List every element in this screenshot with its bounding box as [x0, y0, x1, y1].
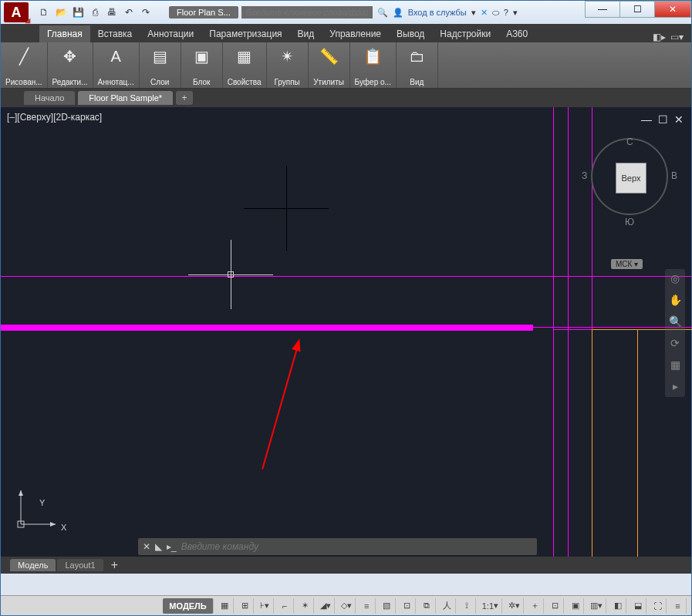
- nav-orbit-icon[interactable]: ⟳: [668, 337, 682, 351]
- viewcube-south[interactable]: Ю: [625, 217, 634, 227]
- panel-properties[interactable]: ▦Свойства: [223, 42, 267, 88]
- sb-transparency-icon[interactable]: ▧: [379, 598, 396, 614]
- sb-polar-icon[interactable]: ✶: [297, 598, 314, 614]
- ucs-x-label: X: [61, 523, 66, 532]
- panel-layers[interactable]: ▤Слои: [140, 42, 181, 88]
- undo-icon[interactable]: ↶: [121, 5, 137, 20]
- clipboard-icon: 📋: [360, 45, 385, 67]
- titlebar: A 🗋 📂 💾 ⎙ 🖶 ↶ ↷ Floor Plan S... 🔍 👤 Вход…: [1, 1, 691, 24]
- sb-infer-icon[interactable]: ⊦▾: [257, 598, 274, 614]
- file-tab-start[interactable]: Начало: [24, 91, 75, 105]
- cmdline-history-icon[interactable]: ◣: [155, 541, 162, 552]
- panel-clipboard[interactable]: 📋Буфер о...: [350, 42, 397, 88]
- plot-icon[interactable]: 🖶: [104, 5, 120, 20]
- open-icon[interactable]: 📂: [53, 5, 69, 20]
- ribbon-tab-a360[interactable]: A360: [498, 25, 535, 42]
- ribbon-tab-output[interactable]: Вывод: [389, 25, 432, 42]
- signin-dropdown-icon[interactable]: ▾: [471, 8, 476, 18]
- sb-autoscale-icon[interactable]: ⟟: [459, 598, 476, 614]
- sb-lock-ui-icon[interactable]: ▥▾: [587, 598, 606, 614]
- nav-wheel-icon[interactable]: ◎: [668, 272, 682, 286]
- a360-icon[interactable]: ⬭: [492, 8, 499, 18]
- new-tab-button[interactable]: +: [176, 91, 193, 105]
- command-input[interactable]: [181, 541, 532, 552]
- sb-iso-icon[interactable]: ◢▾: [317, 598, 335, 614]
- viewcube-north[interactable]: С: [626, 136, 633, 147]
- cmdline-close-icon[interactable]: ✕: [143, 541, 150, 552]
- window-title: Floor Plan S...: [169, 6, 238, 19]
- sb-units-icon[interactable]: ⊡: [547, 598, 564, 614]
- sb-isolate-icon[interactable]: ◧: [609, 598, 626, 614]
- sb-osnap-icon[interactable]: ◇▾: [338, 598, 356, 614]
- viewcube-east[interactable]: В: [671, 170, 677, 181]
- viewcube-top-face[interactable]: Верх: [616, 163, 646, 194]
- infocenter-search[interactable]: [241, 6, 373, 19]
- viewcube[interactable]: С Ю В З Верх МСК ▾: [591, 138, 668, 238]
- app-menu-icon[interactable]: A: [4, 2, 29, 22]
- nav-expand-icon[interactable]: ▸: [668, 380, 682, 394]
- nav-zoom-icon[interactable]: 🔍: [668, 315, 682, 329]
- layout-add-button[interactable]: +: [105, 558, 124, 572]
- sb-modelspace[interactable]: МОДЕЛЬ: [163, 598, 213, 614]
- ribbon: ╱Рисован... ✥Редакти... AАннотац... ▤Сло…: [1, 42, 691, 89]
- sb-grid-icon[interactable]: ▦: [217, 598, 234, 614]
- sb-annotation-monitor-icon[interactable]: ＋: [527, 598, 544, 614]
- panel-utilities[interactable]: 📏Утилиты: [309, 42, 350, 88]
- ucs-y-label: Y: [39, 498, 45, 507]
- sb-hardware-accel-icon[interactable]: ⬓: [630, 598, 646, 614]
- panel-block[interactable]: ▣Блок: [181, 42, 223, 88]
- sb-lineweight-icon[interactable]: ≡: [359, 598, 376, 614]
- saveas-icon[interactable]: ⎙: [87, 5, 103, 20]
- panel-annotation[interactable]: AАннотац...: [93, 42, 140, 88]
- viewcube-wcs[interactable]: МСК ▾: [611, 259, 643, 269]
- ribbon-expand-icon[interactable]: ◧▸: [653, 32, 666, 42]
- help-dropdown-icon[interactable]: ▾: [513, 8, 518, 18]
- sb-cycling-icon[interactable]: ⊡: [399, 598, 416, 614]
- sb-cleanscreen-icon[interactable]: ⛶: [650, 598, 667, 614]
- ribbon-tab-manage[interactable]: Управление: [322, 25, 389, 42]
- signin-link[interactable]: Вход в службы: [408, 8, 467, 17]
- sb-annoscale-icon[interactable]: ⧉: [419, 598, 436, 614]
- ribbon-tab-home[interactable]: Главная: [39, 25, 90, 42]
- panel-groups[interactable]: ✴Группы: [267, 42, 309, 88]
- sb-annovisibility-icon[interactable]: 人: [439, 598, 456, 614]
- drawing-area[interactable]: [–][Сверху][2D-каркас] — ☐ ✕: [1, 107, 691, 574]
- layout-tab-model[interactable]: Модель: [10, 559, 56, 571]
- ribbon-tab-view[interactable]: Вид: [290, 25, 322, 42]
- ribbon-minimize-icon[interactable]: ▭▾: [670, 32, 684, 42]
- sb-ortho-icon[interactable]: ⌐: [277, 598, 294, 614]
- quick-access-toolbar: 🗋 📂 💾 ⎙ 🖶 ↶ ↷: [36, 5, 154, 20]
- canvas: [1, 107, 691, 574]
- command-line[interactable]: ✕ ◣ ▸_: [138, 538, 537, 555]
- nav-showmotion-icon[interactable]: ▦: [668, 358, 682, 372]
- nav-pan-icon[interactable]: ✋: [668, 294, 682, 308]
- file-tab-active[interactable]: Floor Plan Sample*: [78, 91, 173, 105]
- new-icon[interactable]: 🗋: [36, 5, 52, 20]
- ribbon-tab-addins[interactable]: Надстройки: [432, 25, 498, 42]
- sb-customize-icon[interactable]: ≡: [670, 598, 687, 614]
- help-icon[interactable]: ?: [504, 8, 508, 17]
- close-button[interactable]: ✕: [654, 1, 691, 18]
- sb-workspace-icon[interactable]: ✲▾: [505, 598, 524, 614]
- ribbon-tab-annotate[interactable]: Аннотации: [140, 25, 201, 42]
- svg-marker-3: [19, 490, 23, 496]
- sb-scale[interactable]: 1:1▾: [479, 598, 502, 614]
- exchange-icon[interactable]: ✕: [481, 8, 488, 18]
- ribbon-tab-insert[interactable]: Вставка: [90, 25, 140, 42]
- panel-view[interactable]: 🗀Вид: [397, 42, 438, 88]
- viewcube-west[interactable]: З: [582, 170, 587, 181]
- ribbon-tab-parametric[interactable]: Параметризация: [201, 25, 289, 42]
- layout-tab-layout1[interactable]: Layout1: [57, 559, 103, 571]
- save-icon[interactable]: 💾: [70, 5, 86, 20]
- ucs-icon[interactable]: Y X: [13, 486, 67, 534]
- maximize-button[interactable]: ☐: [619, 1, 655, 18]
- sb-quickprops-icon[interactable]: ▣: [567, 598, 584, 614]
- minimize-button[interactable]: —: [585, 1, 620, 18]
- sb-snap-icon[interactable]: ⊞: [237, 598, 254, 614]
- panel-modify[interactable]: ✥Редакти...: [48, 42, 93, 88]
- panel-draw[interactable]: ╱Рисован...: [1, 42, 48, 88]
- redo-icon[interactable]: ↷: [138, 5, 154, 20]
- search-icon[interactable]: 🔍: [377, 8, 388, 18]
- view-icon: 🗀: [404, 45, 429, 67]
- text-icon: A: [103, 45, 128, 67]
